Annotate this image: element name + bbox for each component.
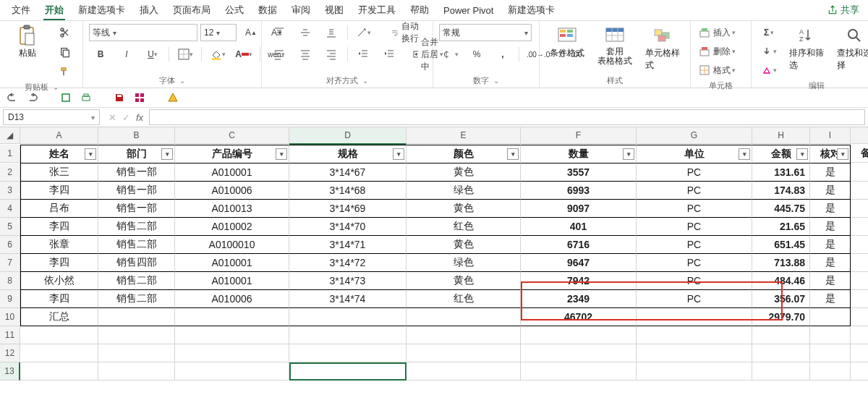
tab-help[interactable]: 帮助 [403, 1, 436, 20]
cell[interactable]: A010001 [175, 254, 289, 272]
cell[interactable]: PC [637, 200, 752, 218]
cell[interactable] [637, 308, 752, 326]
row-header[interactable]: 7 [0, 254, 20, 272]
borders-button[interactable]: ▾ [174, 46, 197, 63]
comma-button[interactable]: , [491, 46, 514, 63]
row-header[interactable]: 1 [0, 145, 20, 163]
col-header-I[interactable]: I [810, 127, 851, 144]
tab-view[interactable]: 视图 [318, 1, 351, 20]
cell-styles-button[interactable]: 单元格样式 [641, 24, 684, 73]
confirm-formula-button[interactable]: ✓ [122, 112, 130, 123]
font-name-combo[interactable]: 等线▾ [89, 24, 197, 41]
autosum-button[interactable]: Σ▾ [757, 24, 780, 41]
cell[interactable]: 46702 [521, 308, 637, 326]
cell[interactable]: 黄色 [407, 236, 521, 254]
row-header[interactable]: 4 [0, 200, 20, 218]
tab-home[interactable]: 开始 [38, 1, 71, 20]
fill-button[interactable]: ▾ [757, 43, 780, 60]
undo-button[interactable] [6, 91, 19, 104]
cell[interactable]: 713.88 [752, 254, 810, 272]
cell[interactable]: A0100010 [175, 236, 289, 254]
insert-cells-button[interactable]: 插入▾ [697, 24, 745, 41]
col-header-G[interactable]: G [637, 127, 752, 144]
row-header[interactable]: 6 [0, 236, 20, 254]
cell[interactable] [289, 326, 407, 344]
name-box[interactable]: D13 ▾ [3, 109, 100, 125]
row-header[interactable]: 12 [0, 344, 20, 362]
cell[interactable] [407, 326, 521, 344]
cell[interactable]: 数量▾ [521, 145, 637, 163]
cell[interactable] [637, 344, 752, 362]
font-size-combo[interactable]: 12▾ [200, 24, 237, 41]
orientation-button[interactable]: ▾ [352, 24, 375, 41]
cell[interactable] [851, 344, 868, 362]
decrease-indent-button[interactable] [352, 46, 375, 63]
cell[interactable]: 销售一部 [98, 200, 175, 218]
format-painter-button[interactable] [54, 63, 77, 80]
tab-powerpivot[interactable]: Power Pivot [436, 2, 501, 19]
row-header[interactable]: 5 [0, 218, 20, 236]
cell[interactable]: 李四 [20, 290, 98, 308]
qat-alert-button[interactable] [166, 91, 179, 104]
accounting-format-button[interactable]: ₵▾ [439, 46, 462, 63]
find-select-button[interactable]: 查找和选择 [833, 24, 868, 73]
cell[interactable]: A010002 [175, 218, 289, 236]
cell-selected[interactable] [289, 362, 407, 381]
tab-data[interactable]: 数据 [251, 1, 284, 20]
tab-developer[interactable]: 开发工具 [351, 1, 403, 20]
share-button[interactable]: 共享 [827, 4, 864, 17]
cell[interactable]: 销售二部 [98, 236, 175, 254]
delete-cells-button[interactable]: 删除▾ [697, 43, 745, 60]
cell[interactable] [98, 326, 175, 344]
increase-font-button[interactable]: A▲ [239, 24, 263, 41]
cell[interactable]: 131.61 [752, 163, 810, 182]
tab-custom-2[interactable]: 新建选项卡 [501, 1, 562, 20]
cell[interactable]: 是 [810, 218, 851, 236]
cell[interactable] [810, 362, 851, 381]
clipboard-launcher-icon[interactable]: ⌄ [53, 83, 59, 91]
filter-icon[interactable]: ▾ [507, 148, 519, 160]
align-bottom-button[interactable] [320, 24, 343, 41]
cell[interactable]: 3*14*71 [289, 236, 407, 254]
cell[interactable] [851, 200, 868, 218]
row-header[interactable]: 9 [0, 290, 20, 308]
cell[interactable]: 销售四部 [98, 254, 175, 272]
cell[interactable]: 3557 [521, 163, 637, 182]
format-as-table-button[interactable]: 套用 表格格式 [593, 24, 637, 67]
cell[interactable]: 依小然 [20, 272, 98, 290]
cell[interactable]: 是 [810, 182, 851, 200]
cell[interactable]: 绿色 [407, 254, 521, 272]
row-header[interactable]: 13 [0, 362, 20, 381]
cell[interactable]: 3*14*70 [289, 218, 407, 236]
cell[interactable]: 3*14*74 [289, 290, 407, 308]
filter-icon[interactable]: ▾ [393, 148, 404, 160]
cell[interactable]: 销售二部 [98, 272, 175, 290]
row-header[interactable]: 11 [0, 326, 20, 344]
cell[interactable]: 姓名▾ [20, 145, 98, 163]
cell[interactable] [851, 254, 868, 272]
clear-button[interactable]: ▾ [757, 61, 780, 79]
cell[interactable]: 3*14*73 [289, 272, 407, 290]
cell[interactable]: 李四 [20, 254, 98, 272]
cell[interactable]: 是 [810, 290, 851, 308]
tab-formulas[interactable]: 公式 [218, 1, 251, 20]
cell[interactable] [175, 308, 289, 326]
tab-custom-1[interactable]: 新建选项卡 [71, 1, 132, 20]
copy-button[interactable] [54, 43, 77, 61]
align-top-button[interactable] [268, 24, 291, 41]
cell[interactable] [289, 308, 407, 326]
cell[interactable]: A010006 [175, 290, 289, 308]
cell[interactable]: 401 [521, 218, 637, 236]
cell[interactable]: 3*14*69 [289, 200, 407, 218]
cell[interactable] [851, 308, 868, 326]
cell[interactable] [98, 308, 175, 326]
cell[interactable]: 是 [810, 254, 851, 272]
cell[interactable] [851, 272, 868, 290]
row-header[interactable]: 2 [0, 163, 20, 182]
cell[interactable]: 绿色 [407, 182, 521, 200]
select-all-corner[interactable]: ◢ [0, 127, 20, 144]
number-format-combo[interactable]: 常规▾ [439, 24, 532, 41]
cell[interactable]: 张三 [20, 163, 98, 182]
cell[interactable]: 是 [810, 236, 851, 254]
filter-icon[interactable]: ▾ [161, 148, 173, 160]
